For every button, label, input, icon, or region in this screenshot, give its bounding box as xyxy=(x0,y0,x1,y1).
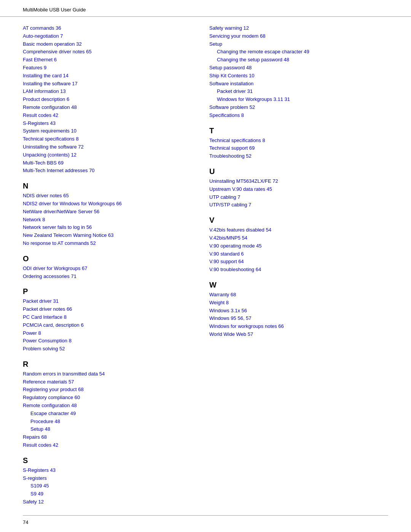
list-item[interactable]: Setup 48 xyxy=(23,425,194,433)
list-item[interactable]: Unpacking (contents) 12 xyxy=(23,151,194,159)
list-item[interactable]: V.90 support 64 xyxy=(209,258,388,266)
section-heading: S xyxy=(23,456,194,465)
list-item[interactable]: Weight 8 xyxy=(209,299,388,307)
list-item[interactable]: Safety warning 12 xyxy=(209,24,388,32)
right-column: Safety warning 12Servicing your modem 68… xyxy=(206,24,388,506)
list-item[interactable]: Regulatory compliance 60 xyxy=(23,394,194,402)
list-item[interactable]: Auto-negotiation 7 xyxy=(23,32,194,40)
list-item[interactable]: Multi-Tech BBS 69 xyxy=(23,159,194,167)
list-item[interactable]: Problem solving 52 xyxy=(23,345,194,353)
list-item[interactable]: New Zealand Telecom Warning Notice 63 xyxy=(23,232,194,240)
list-item[interactable]: UTP/STP cabling 7 xyxy=(209,201,388,209)
list-item[interactable]: Specifications 8 xyxy=(209,112,388,120)
list-item[interactable]: V.90 troubleshooting 64 xyxy=(209,266,388,274)
page-number: 74 xyxy=(23,519,28,525)
list-item[interactable]: Result codes 42 xyxy=(23,112,194,120)
right-initial-entries: Safety warning 12Servicing your modem 68… xyxy=(209,24,388,120)
list-item[interactable]: Power 8 xyxy=(23,329,194,337)
list-item[interactable]: Troubleshooting 52 xyxy=(209,152,388,160)
list-item[interactable]: Packet driver 31 xyxy=(23,297,194,305)
list-item[interactable]: UTP cabling 7 xyxy=(209,193,388,201)
page: MultiMobile USB User Guide AT commands 3… xyxy=(0,0,411,532)
section-heading: U xyxy=(209,167,388,176)
list-item[interactable]: Packet driver notes 66 xyxy=(23,305,194,313)
list-item[interactable]: Remote configuration 48 xyxy=(23,402,194,410)
list-item[interactable]: Installing the card 14 xyxy=(23,72,194,80)
section-heading: N xyxy=(23,182,194,190)
list-item[interactable]: No response to AT commands 52 xyxy=(23,240,194,248)
list-item[interactable]: System requirements 10 xyxy=(23,127,194,135)
list-item[interactable]: Installing the software 17 xyxy=(23,80,194,88)
list-item[interactable]: V.42bis/MNP5 54 xyxy=(209,234,388,242)
list-item[interactable]: Packet driver 31 xyxy=(209,88,388,96)
content-area: AT commands 36Auto-negotiation 7Basic mo… xyxy=(0,17,411,521)
list-item[interactable]: Fast Ethernet 6 xyxy=(23,56,194,64)
list-item[interactable]: V.90 operating mode 45 xyxy=(209,242,388,250)
list-item[interactable]: Power Consumption 8 xyxy=(23,337,194,345)
list-item[interactable]: Random errors in transmitted data 54 xyxy=(23,370,194,378)
list-item[interactable]: Ordering accessories 71 xyxy=(23,273,194,281)
list-item[interactable]: Escape character 49 xyxy=(23,410,194,418)
list-item[interactable]: Basic modem operation 32 xyxy=(23,40,194,48)
list-item[interactable]: Multi-Tech Internet addresses 70 xyxy=(23,167,194,175)
list-item[interactable]: ODI driver for Workgroups 67 xyxy=(23,265,194,273)
list-item[interactable]: Network 8 xyxy=(23,216,194,224)
list-item[interactable]: Product description 6 xyxy=(23,96,194,104)
list-item[interactable]: Changing the remote escape character 49 xyxy=(209,48,388,56)
list-item[interactable]: S9 49 xyxy=(23,490,194,498)
list-item[interactable]: Warranty 68 xyxy=(209,291,388,299)
section-heading: T xyxy=(209,126,388,135)
list-item[interactable]: Setup password 48 xyxy=(209,64,388,72)
left-column: AT commands 36Auto-negotiation 7Basic mo… xyxy=(23,24,206,506)
list-item[interactable]: Result codes 42 xyxy=(23,441,194,449)
list-item[interactable]: Ship Kit Contents 10 xyxy=(209,72,388,80)
list-item[interactable]: S109 45 xyxy=(23,482,194,490)
list-item[interactable]: LAM information 13 xyxy=(23,88,194,96)
list-item[interactable]: Setup xyxy=(209,40,388,48)
right-sections: TTechnical specifications 8Technical sup… xyxy=(209,126,388,339)
section-heading: O xyxy=(23,254,194,263)
list-item[interactable]: S-Registers 43 xyxy=(23,120,194,128)
list-item[interactable]: Uninstalling MT5634ZLX/FE 72 xyxy=(209,177,388,185)
list-item[interactable]: S-registers xyxy=(23,474,194,482)
list-item[interactable]: PC Card Interface 8 xyxy=(23,313,194,321)
list-item[interactable]: World Wide Web 57 xyxy=(209,331,388,339)
list-item[interactable]: S-Registers 43 xyxy=(23,466,194,474)
left-sections: NNDIS driver notes 65NDIS2 driver for Wi… xyxy=(23,182,194,506)
list-item[interactable]: Uninstalling the software 72 xyxy=(23,143,194,151)
list-item[interactable]: NetWare driver/NetWare Server 56 xyxy=(23,208,194,216)
list-item[interactable]: Software installation xyxy=(209,80,388,88)
list-item[interactable]: Windows for workgroups notes 66 xyxy=(209,323,388,331)
list-item[interactable]: Technical specifications 8 xyxy=(23,135,194,143)
list-item[interactable]: Registering your product 68 xyxy=(23,386,194,394)
section-heading: P xyxy=(23,287,194,296)
list-item[interactable]: Network server fails to log in 56 xyxy=(23,224,194,232)
list-item[interactable]: Technical support 69 xyxy=(209,144,388,152)
list-item[interactable]: Repairs 68 xyxy=(23,433,194,441)
list-item[interactable]: Windows 95 56, 57 xyxy=(209,315,388,323)
list-item[interactable]: NDIS2 driver for Windows for Workgroups … xyxy=(23,200,194,208)
list-item[interactable]: AT commands 36 xyxy=(23,24,194,32)
list-item[interactable]: V.42bis features disabled 54 xyxy=(209,226,388,234)
list-item[interactable]: Comprehensive driver notes 65 xyxy=(23,48,194,56)
list-item[interactable]: Windows 3.1x 56 xyxy=(209,307,388,315)
list-item[interactable]: Software problem 52 xyxy=(209,104,388,112)
list-item[interactable]: Windows for Workgroups 3.11 31 xyxy=(209,96,388,104)
list-item[interactable]: Servicing your modem 68 xyxy=(209,32,388,40)
list-item[interactable]: Safety 12 xyxy=(23,498,194,506)
list-item[interactable]: NDIS driver notes 65 xyxy=(23,192,194,200)
page-title: MultiMobile USB User Guide xyxy=(23,7,86,13)
list-item[interactable]: PCMCIA card, description 6 xyxy=(23,321,194,329)
list-item[interactable]: Technical specifications 8 xyxy=(209,137,388,145)
list-item[interactable]: Upstream V.90 data rates 45 xyxy=(209,185,388,193)
list-item[interactable]: V.90 standard 6 xyxy=(209,250,388,258)
section-heading: W xyxy=(209,281,388,289)
list-item[interactable]: Reference materials 57 xyxy=(23,378,194,386)
section-heading: R xyxy=(23,360,194,369)
list-item[interactable]: Changing the setup password 48 xyxy=(209,56,388,64)
page-footer: 74 xyxy=(23,515,388,525)
list-item[interactable]: Remote configuration 48 xyxy=(23,104,194,112)
section-heading: V xyxy=(209,216,388,225)
list-item[interactable]: Procedure 48 xyxy=(23,418,194,426)
list-item[interactable]: Features 9 xyxy=(23,64,194,72)
